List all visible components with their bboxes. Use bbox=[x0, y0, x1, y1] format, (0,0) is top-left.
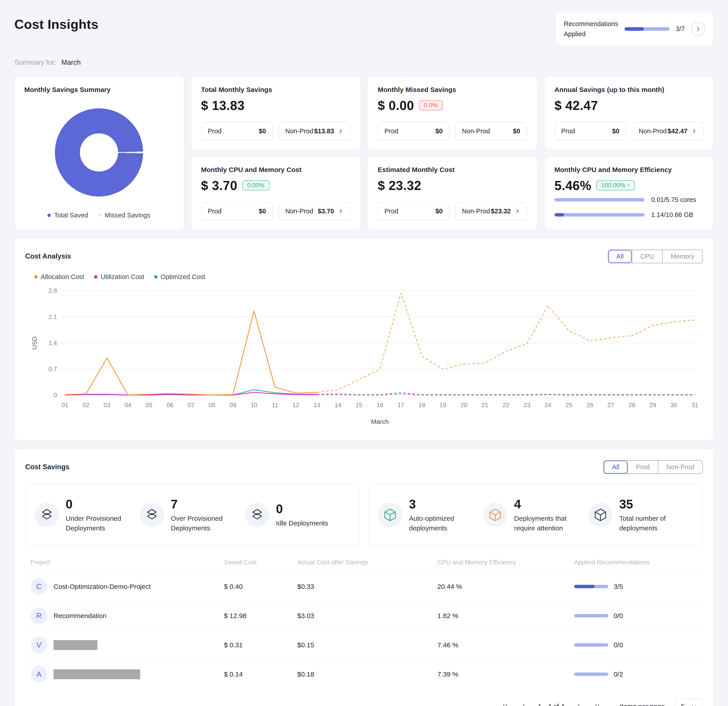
chart-legend: Allocation Cost Utilization Cost Optimiz… bbox=[34, 273, 703, 281]
efficiency-cell: 20.44 % bbox=[437, 583, 574, 591]
prod-label: Prod bbox=[561, 127, 575, 135]
nonprod-pill[interactable]: Non-Prod $42.47 bbox=[632, 122, 704, 140]
require-attention-label: Deployments that require attention bbox=[514, 513, 588, 533]
cpu-usage-fill bbox=[555, 198, 555, 202]
memory-usage-bar bbox=[555, 213, 644, 216]
donut-legend: Total Saved Missed Savings bbox=[24, 212, 174, 220]
prod-pill: Prod $0 bbox=[555, 122, 626, 140]
savings-donut-chart bbox=[24, 94, 174, 212]
layers-icon bbox=[245, 503, 269, 527]
applied-recommendations-cell: 0/2 bbox=[574, 670, 698, 678]
x-axis-tick: 06 bbox=[166, 402, 173, 409]
redacted-project-name bbox=[53, 669, 140, 679]
table-row[interactable]: RRecommendation $ 12.98 $3.03 1.82 % 0/0 bbox=[25, 601, 703, 630]
estimated-monthly-cost-value: $ 23.32 bbox=[378, 178, 421, 193]
series-forecast-optimized-cost bbox=[317, 393, 695, 395]
x-axis-tick: 22 bbox=[503, 402, 509, 409]
project-cell: A bbox=[30, 666, 224, 683]
donut-hole bbox=[80, 133, 118, 171]
recommendations-applied-card: Recommendations Applied 3/7 bbox=[556, 13, 714, 45]
prod-label: Prod bbox=[384, 127, 398, 135]
applied-progress-fill bbox=[574, 585, 595, 588]
tab-all[interactable]: All bbox=[608, 250, 632, 263]
under-provisioned-stat: 0 Under Provisioned Deployments bbox=[35, 497, 140, 533]
nonprod-pill[interactable]: Non-Prod $3.70 bbox=[279, 202, 350, 220]
x-axis-tick: 31 bbox=[691, 402, 698, 409]
tab-prod[interactable]: Prod bbox=[627, 461, 658, 474]
x-axis-tick: 15 bbox=[355, 402, 362, 409]
chevron-down-icon bbox=[690, 703, 697, 706]
optimization-stats-card: 3 Auto-optimized deployments 4 Deploymen… bbox=[368, 484, 703, 546]
legend-utilization-cost: Utilization Cost bbox=[94, 273, 144, 281]
actual-cost-cell: $0.15 bbox=[298, 641, 437, 649]
col-project: Project bbox=[30, 559, 224, 566]
x-axis-tick: 17 bbox=[397, 402, 404, 409]
cpu-usage-bar bbox=[555, 198, 644, 202]
require-attention-stat: 4 Deployments that require attention bbox=[483, 497, 588, 533]
total-monthly-savings-title: Total Monthly Savings bbox=[201, 86, 351, 94]
monthly-cpu-memory-cost-card: Monthly CPU and Memory Cost $ 3.70 0.00%… bbox=[191, 157, 360, 229]
col-applied-recommendations: Applied Recommendations bbox=[574, 559, 698, 566]
applied-count: 3/5 bbox=[614, 583, 623, 591]
auto-optimized-label: Auto-optimized deployments bbox=[409, 513, 483, 533]
applied-recommendations-cell: 0/0 bbox=[574, 612, 698, 620]
avatar: V bbox=[30, 637, 47, 653]
total-deployments-stat: 35 Total number of deployments bbox=[588, 497, 693, 533]
x-axis-tick: 16 bbox=[377, 402, 383, 409]
tab-memory[interactable]: Memory bbox=[662, 250, 702, 263]
prod-value: $0 bbox=[435, 207, 442, 215]
first-page-button[interactable] bbox=[502, 703, 510, 706]
recommendations-expand-button[interactable] bbox=[691, 22, 705, 36]
layers-icon bbox=[140, 503, 164, 527]
avatar: R bbox=[30, 608, 47, 624]
table-row[interactable]: A $ 0.14 $0.18 7.39 % 0/2 bbox=[25, 660, 703, 689]
previous-page-button[interactable] bbox=[520, 703, 527, 706]
last-page-button[interactable] bbox=[593, 703, 601, 706]
nonprod-pill[interactable]: Non-Prod $23.32 bbox=[455, 202, 527, 220]
under-provisioned-count: 0 bbox=[66, 497, 140, 511]
table-row[interactable]: V $ 0.31 $0.15 7.46 % 0/0 bbox=[25, 630, 703, 660]
nonprod-value: $0 bbox=[513, 127, 520, 135]
prod-pill: Prod $0 bbox=[201, 202, 273, 220]
x-axis-tick: 21 bbox=[481, 402, 488, 409]
x-axis-tick: 23 bbox=[523, 402, 530, 409]
prod-pill: Prod $0 bbox=[378, 202, 449, 220]
legend-total-saved-label: Total Saved bbox=[54, 212, 88, 219]
nonprod-pill[interactable]: Non-Prod $13.83 bbox=[279, 122, 350, 140]
tab-all[interactable]: All bbox=[604, 461, 627, 474]
total-deployments-count: 35 bbox=[619, 497, 693, 511]
total-monthly-savings-card: Total Monthly Savings $ 13.83 Prod $0 No… bbox=[191, 77, 360, 149]
items-per-page-select[interactable]: 5 bbox=[675, 699, 703, 706]
table-row[interactable]: CCost-Optimization-Demo-Project $ 0.40 $… bbox=[25, 572, 703, 601]
x-axis-tick: 25 bbox=[565, 402, 572, 409]
annual-savings-value: $ 42.47 bbox=[555, 98, 598, 113]
idle-deployments-count: 0 bbox=[276, 501, 328, 516]
nonprod-value: $3.70 bbox=[318, 207, 334, 215]
actual-cost-cell: $0.18 bbox=[298, 670, 437, 678]
allocation-cost-dot-icon bbox=[34, 275, 38, 279]
x-axis-tick: 03 bbox=[104, 402, 110, 409]
total-saved-dot-icon bbox=[48, 213, 51, 217]
nonprod-pill: Non-Prod $0 bbox=[455, 122, 527, 140]
utilization-cost-dot-icon bbox=[94, 275, 97, 279]
monthly-savings-summary-card: Monthly Savings Summary Total Saved Miss… bbox=[14, 77, 183, 229]
col-actual-cost: Actual Cost after Savings bbox=[298, 559, 437, 566]
cpu-memory-efficiency-badge: 100.00% ↑ bbox=[597, 180, 635, 190]
legend-missed-savings-label: Missed Savings bbox=[105, 212, 150, 219]
chevron-right-icon bbox=[691, 128, 697, 134]
cpu-memory-cost-title: Monthly CPU and Memory Cost bbox=[201, 166, 351, 174]
x-axis-tick: 11 bbox=[272, 402, 278, 409]
memory-usage-row: 1.14/10.66 GB bbox=[555, 211, 704, 219]
project-name: Recommendation bbox=[53, 612, 106, 620]
project-cell: RRecommendation bbox=[30, 608, 224, 624]
x-axis-tick: 09 bbox=[230, 402, 236, 409]
next-page-button[interactable] bbox=[575, 703, 582, 706]
cpu-memory-efficiency-title: Monthly CPU and Memory Efficiency bbox=[555, 166, 704, 174]
summary-for: Summary for: March bbox=[14, 58, 714, 66]
cost-analysis-title: Cost Analysis bbox=[25, 252, 71, 260]
x-axis-tick: 26 bbox=[586, 402, 593, 409]
tab-nonprod[interactable]: Non-Prod bbox=[658, 461, 702, 474]
page-header: Cost Insights Recommendations Applied 3/… bbox=[14, 13, 714, 45]
tab-cpu[interactable]: CPU bbox=[632, 250, 662, 263]
prod-value: $0 bbox=[435, 127, 442, 135]
